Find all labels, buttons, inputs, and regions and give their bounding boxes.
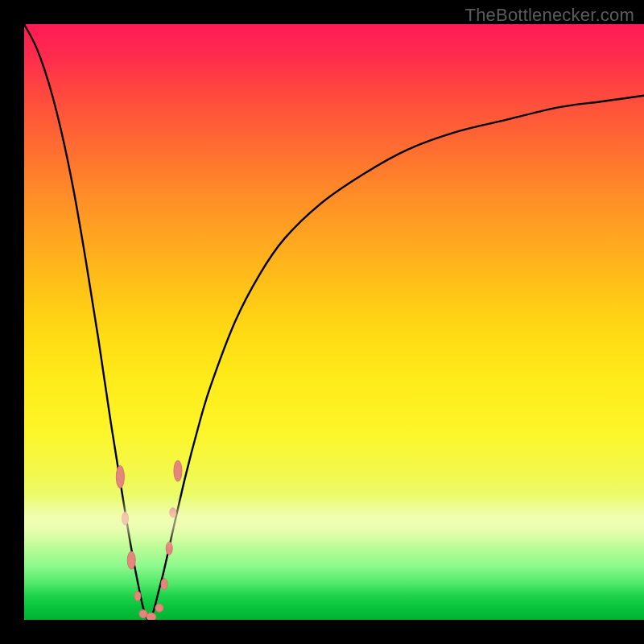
curve-marker — [116, 465, 124, 488]
curve-marker — [139, 610, 147, 618]
watermark-text: TheBottlenecker.com — [465, 5, 634, 26]
bottleneck-curve — [24, 24, 644, 620]
curve-markers — [116, 460, 182, 620]
curve-marker — [127, 551, 135, 569]
curve-marker — [134, 591, 141, 601]
curve-marker — [170, 508, 176, 518]
curve-marker — [174, 460, 182, 481]
curve-layer — [24, 24, 644, 620]
curve-marker — [122, 512, 129, 525]
curve-marker — [155, 604, 163, 612]
curve-marker — [161, 579, 167, 590]
chart-frame: TheBottlenecker.com — [0, 0, 644, 644]
curve-marker — [166, 542, 172, 555]
curve-marker — [147, 613, 156, 620]
plot-area — [24, 24, 644, 620]
